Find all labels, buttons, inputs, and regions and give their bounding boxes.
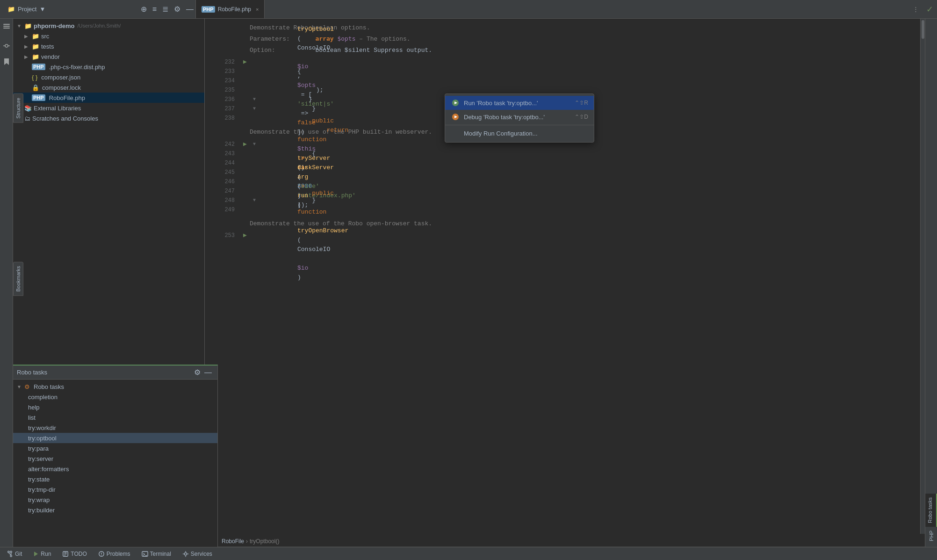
git-icon — [7, 551, 13, 557]
footer-run[interactable]: Run — [30, 550, 54, 558]
checkmark-icon: ✓ — [926, 4, 933, 14]
tree-item-src[interactable]: ▶ 📁 src — [13, 31, 204, 41]
src-arrow-icon: ▶ — [24, 34, 30, 39]
bookmarks-tab[interactable]: Bookmarks — [13, 262, 23, 296]
settings-icon[interactable]: ⚙ — [172, 4, 182, 15]
tree-item-tests[interactable]: ▶ 📁 tests — [13, 41, 204, 51]
run-menu-label: Run 'Robo task 'try:optbo...' — [464, 100, 562, 107]
footer-todo[interactable]: TODO — [59, 550, 89, 558]
align-icon[interactable]: ≡ — [151, 4, 159, 15]
tree-item-ext-libs[interactable]: ▶ 📚 External Libraries — [13, 103, 204, 113]
svg-point-22 — [101, 554, 101, 555]
robo-minimize-icon[interactable]: — — [202, 367, 214, 378]
menu-item-modify[interactable]: Modify Run Configuration... — [445, 126, 594, 140]
footer-git[interactable]: Git — [4, 550, 25, 558]
vendor-arrow-icon: ▶ — [24, 54, 30, 59]
top-bar: 📁 Project ▼ ⊕ ≡ ≣ ⚙ — PHP RoboFile.php ×… — [0, 0, 937, 19]
footer-problems-label: Problems — [107, 551, 130, 557]
tree-item-composer-lock[interactable]: ▶ 🔒 composer.lock — [13, 82, 204, 93]
project-button[interactable]: 📁 Project ▼ — [4, 4, 49, 14]
footer-problems[interactable]: Problems — [95, 550, 133, 558]
structure-vert-label: Structure — [15, 98, 21, 119]
robofile-tab[interactable]: PHP RoboFile.php × — [196, 0, 265, 18]
tree-item-vendor[interactable]: ▶ 📁 vendor — [13, 51, 204, 62]
task-item-alter-formatters[interactable]: alter:formatters — [13, 464, 217, 474]
task-item-try-workdir[interactable]: try:workdir — [13, 423, 217, 433]
robo-root-item[interactable]: ▼ ⚙ Robo tasks — [13, 381, 217, 392]
breadcrumb-sep: › — [246, 538, 248, 545]
svg-line-13 — [8, 553, 11, 555]
tests-arrow-icon: ▶ — [24, 44, 30, 49]
menu-item-run[interactable]: Run 'Robo task 'try:optbo...' ⌃⇧R — [445, 96, 594, 110]
menu-item-debug[interactable]: Debug 'Robo task 'try:optbo...' ⌃⇧D — [445, 110, 594, 124]
tree-item-robofile[interactable]: ▶ PHP RoboFile.php — [13, 93, 204, 103]
tree-root[interactable]: ▼ 📁 phporm-demo /Users/John.Smith/ — [13, 21, 204, 31]
sidebar-commit-icon[interactable] — [1, 40, 12, 51]
tab-close-icon[interactable]: × — [256, 7, 259, 12]
breadcrumb-method[interactable]: tryOptbool() — [250, 538, 279, 545]
tests-label: tests — [41, 43, 54, 50]
minimize-icon[interactable]: — — [184, 4, 195, 15]
left-area: ▼ 📁 phporm-demo /Users/John.Smith/ ▶ 📁 s… — [13, 19, 218, 547]
try-wrap-label: try:wrap — [28, 496, 50, 503]
sidebar-bookmark-icon[interactable] — [1, 56, 12, 67]
breadcrumb-file[interactable]: RoboFile — [222, 538, 244, 545]
sidebar-project-icon[interactable] — [1, 21, 12, 32]
try-state-label: try:state — [28, 476, 50, 483]
task-item-try-builder[interactable]: try:builder — [13, 505, 217, 515]
run-menu-icon — [451, 98, 460, 108]
task-item-try-optbool[interactable]: try:optbool — [13, 433, 217, 443]
tree-content: ▼ 📁 phporm-demo /Users/John.Smith/ ▶ 📁 s… — [13, 19, 204, 365]
structure-tab[interactable]: Structure — [13, 93, 23, 123]
root-arrow-icon: ▼ — [17, 23, 22, 29]
scrollbar-thumb[interactable] — [922, 20, 924, 39]
robo-tasks-tab[interactable]: Robo tasks — [925, 494, 937, 527]
modify-menu-label: Modify Run Configuration... — [464, 130, 588, 137]
task-item-try-tmp-dir[interactable]: try:tmp-dir — [13, 484, 217, 495]
tree-item-scratches[interactable]: ▶ 🗂 Scratches and Consoles — [13, 113, 204, 123]
robo-root-icon: ⚙ — [24, 383, 30, 390]
php-tab[interactable]: PHP — [927, 527, 936, 545]
list-icon[interactable]: ≣ — [160, 4, 170, 15]
robo-settings-icon[interactable]: ⚙ — [192, 367, 202, 378]
php-vert-label: PHP — [929, 531, 934, 541]
bookmarks-vert-label: Bookmarks — [15, 266, 21, 292]
task-item-completion[interactable]: completion — [13, 392, 217, 402]
try-tmp-dir-label: try:tmp-dir — [28, 486, 56, 493]
ext-folder-icon: 📚 — [24, 105, 32, 112]
root-path: /Users/John.Smith/ — [77, 23, 121, 29]
ext-libs-label: External Libraries — [34, 105, 81, 112]
task-item-try-state[interactable]: try:state — [13, 474, 217, 484]
menu-divider — [445, 125, 594, 125]
footer-bar: Git Run TODO Problems Terminal Services — [0, 547, 937, 560]
more-tabs-icon[interactable]: ⋮ — [913, 6, 919, 13]
footer-terminal[interactable]: Terminal — [139, 550, 174, 558]
task-item-try-wrap[interactable]: try:wrap — [13, 495, 217, 505]
src-label: src — [41, 33, 49, 40]
task-item-help[interactable]: help — [13, 402, 217, 412]
try-optbool-label: try:optbool — [28, 435, 57, 442]
svg-point-25 — [184, 553, 187, 555]
left-vert-panels: Structure — [13, 93, 23, 123]
robofile-icon: PHP — [32, 94, 45, 101]
task-item-list[interactable]: list — [13, 412, 217, 423]
tree-item-phpcs[interactable]: ▶ PHP .php-cs-fixer.dist.php — [13, 62, 204, 72]
json-icon: { } — [32, 74, 37, 81]
tab-php-icon: PHP — [202, 6, 215, 13]
svg-point-10 — [8, 551, 10, 553]
problems-icon — [98, 551, 105, 557]
bookmarks-panel: Bookmarks — [13, 262, 23, 296]
services-icon — [182, 551, 189, 557]
svg-rect-0 — [3, 24, 10, 25]
debug-menu-shortcut: ⌃⇧D — [575, 114, 588, 120]
footer-terminal-label: Terminal — [150, 551, 171, 557]
footer-services[interactable]: Services — [180, 550, 215, 558]
target-icon[interactable]: ⊕ — [139, 4, 149, 15]
task-item-try-server[interactable]: try:server — [13, 453, 217, 464]
tree-item-composer-json[interactable]: ▶ { } composer.json — [13, 72, 204, 82]
composer-lock-label: composer.lock — [42, 84, 81, 91]
line-content-253: public function tryOpenBrowser ( Console… — [259, 179, 925, 292]
task-item-try-para[interactable]: try:para — [13, 443, 217, 453]
scrollbar-track[interactable] — [920, 19, 925, 534]
project-label: Project — [18, 6, 36, 13]
